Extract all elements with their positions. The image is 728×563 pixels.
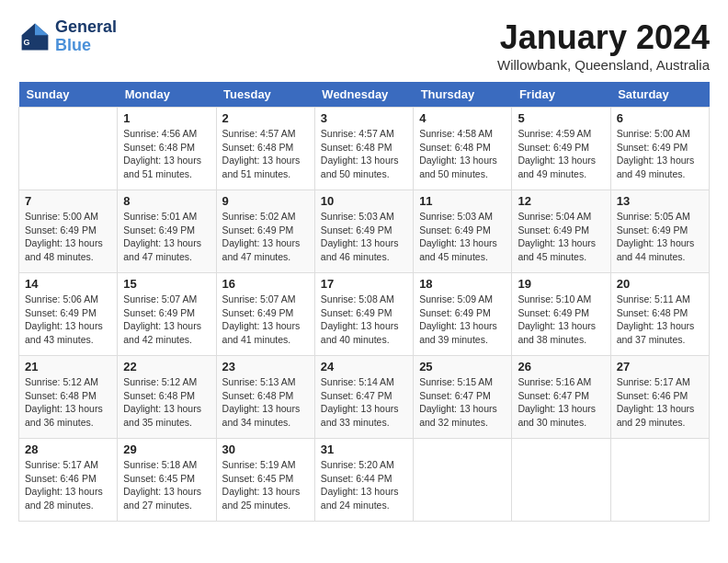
day-header-wednesday: Wednesday [314, 82, 413, 108]
day-info: Sunrise: 5:17 AM Sunset: 6:46 PM Dayligh… [617, 375, 703, 430]
day-number: 18 [419, 277, 506, 291]
day-info: Sunrise: 5:01 AM Sunset: 6:49 PM Dayligh… [123, 210, 210, 264]
svg-marker-1 [35, 23, 48, 35]
day-cell: 5Sunrise: 4:59 AM Sunset: 6:49 PM Daylig… [512, 108, 610, 190]
day-number: 1 [123, 111, 210, 125]
calendar-header: SundayMondayTuesdayWednesdayThursdayFrid… [19, 82, 710, 108]
day-info: Sunrise: 5:03 AM Sunset: 6:49 PM Dayligh… [419, 210, 506, 264]
day-number: 20 [617, 277, 703, 291]
day-info: Sunrise: 4:59 AM Sunset: 6:49 PM Dayligh… [518, 127, 604, 181]
day-cell: 20Sunrise: 5:11 AM Sunset: 6:48 PM Dayli… [610, 273, 709, 356]
day-cell: 30Sunrise: 5:19 AM Sunset: 6:45 PM Dayli… [216, 439, 314, 522]
day-cell [512, 439, 610, 522]
day-info: Sunrise: 5:02 AM Sunset: 6:49 PM Dayligh… [222, 210, 309, 264]
day-cell: 8Sunrise: 5:01 AM Sunset: 6:49 PM Daylig… [118, 190, 216, 273]
day-number: 25 [419, 360, 506, 373]
calendar-table: SundayMondayTuesdayWednesdayThursdayFrid… [18, 82, 710, 522]
day-cell: 6Sunrise: 5:00 AM Sunset: 6:49 PM Daylig… [610, 108, 709, 190]
day-number: 15 [123, 277, 210, 291]
day-number: 24 [321, 360, 407, 373]
day-cell: 11Sunrise: 5:03 AM Sunset: 6:49 PM Dayli… [414, 190, 512, 273]
day-cell: 14Sunrise: 5:06 AM Sunset: 6:49 PM Dayli… [19, 273, 118, 356]
day-number: 14 [25, 277, 111, 291]
day-cell: 10Sunrise: 5:03 AM Sunset: 6:49 PM Dayli… [314, 190, 413, 273]
day-info: Sunrise: 5:12 AM Sunset: 6:48 PM Dayligh… [123, 375, 210, 430]
day-info: Sunrise: 5:15 AM Sunset: 6:47 PM Dayligh… [419, 375, 506, 430]
day-number: 6 [617, 111, 703, 125]
day-cell: 22Sunrise: 5:12 AM Sunset: 6:48 PM Dayli… [118, 356, 216, 439]
day-info: Sunrise: 5:07 AM Sunset: 6:49 PM Dayligh… [123, 293, 210, 347]
day-cell [19, 108, 118, 190]
day-cell [610, 439, 709, 522]
day-cell: 24Sunrise: 5:14 AM Sunset: 6:47 PM Dayli… [314, 356, 413, 439]
day-info: Sunrise: 5:18 AM Sunset: 6:45 PM Dayligh… [123, 458, 210, 512]
day-cell: 19Sunrise: 5:10 AM Sunset: 6:49 PM Dayli… [512, 273, 610, 356]
day-number: 4 [419, 111, 506, 125]
day-cell: 4Sunrise: 4:58 AM Sunset: 6:48 PM Daylig… [414, 108, 512, 190]
logo-icon: G [18, 20, 51, 53]
day-info: Sunrise: 5:03 AM Sunset: 6:49 PM Dayligh… [321, 210, 407, 264]
day-number: 2 [222, 111, 309, 125]
day-info: Sunrise: 4:58 AM Sunset: 6:48 PM Dayligh… [419, 127, 506, 181]
day-cell: 9Sunrise: 5:02 AM Sunset: 6:49 PM Daylig… [216, 190, 314, 273]
day-cell: 7Sunrise: 5:00 AM Sunset: 6:49 PM Daylig… [19, 190, 118, 273]
day-cell: 26Sunrise: 5:16 AM Sunset: 6:47 PM Dayli… [512, 356, 610, 439]
title-block: January 2024 Willowbank, Queensland, Aus… [497, 18, 710, 73]
day-cell: 2Sunrise: 4:57 AM Sunset: 6:48 PM Daylig… [216, 108, 314, 190]
day-header-sunday: Sunday [19, 82, 118, 108]
day-info: Sunrise: 5:17 AM Sunset: 6:46 PM Dayligh… [25, 458, 111, 512]
day-info: Sunrise: 4:57 AM Sunset: 6:48 PM Dayligh… [321, 127, 407, 181]
logo-text: GeneralBlue [55, 18, 117, 55]
day-number: 13 [617, 194, 703, 208]
day-cell: 28Sunrise: 5:17 AM Sunset: 6:46 PM Dayli… [19, 439, 118, 522]
day-number: 12 [518, 194, 604, 208]
location-subtitle: Willowbank, Queensland, Australia [497, 57, 710, 73]
day-number: 21 [25, 360, 111, 373]
week-row-2: 7Sunrise: 5:00 AM Sunset: 6:49 PM Daylig… [19, 190, 710, 273]
day-info: Sunrise: 5:00 AM Sunset: 6:49 PM Dayligh… [25, 210, 111, 264]
day-info: Sunrise: 5:09 AM Sunset: 6:49 PM Dayligh… [419, 293, 506, 347]
day-cell: 21Sunrise: 5:12 AM Sunset: 6:48 PM Dayli… [19, 356, 118, 439]
day-cell: 3Sunrise: 4:57 AM Sunset: 6:48 PM Daylig… [314, 108, 413, 190]
day-header-monday: Monday [118, 82, 216, 108]
day-cell: 31Sunrise: 5:20 AM Sunset: 6:44 PM Dayli… [314, 439, 413, 522]
day-cell: 23Sunrise: 5:13 AM Sunset: 6:48 PM Dayli… [216, 356, 314, 439]
day-number: 8 [123, 194, 210, 208]
day-number: 19 [518, 277, 604, 291]
day-number: 5 [518, 111, 604, 125]
logo: G GeneralBlue [18, 18, 117, 55]
week-row-5: 28Sunrise: 5:17 AM Sunset: 6:46 PM Dayli… [19, 439, 710, 522]
day-info: Sunrise: 5:05 AM Sunset: 6:49 PM Dayligh… [617, 210, 703, 264]
day-number: 16 [222, 277, 309, 291]
day-info: Sunrise: 5:16 AM Sunset: 6:47 PM Dayligh… [518, 375, 604, 430]
week-row-3: 14Sunrise: 5:06 AM Sunset: 6:49 PM Dayli… [19, 273, 710, 356]
day-cell: 1Sunrise: 4:56 AM Sunset: 6:48 PM Daylig… [118, 108, 216, 190]
day-info: Sunrise: 5:06 AM Sunset: 6:49 PM Dayligh… [25, 293, 111, 347]
day-cell: 25Sunrise: 5:15 AM Sunset: 6:47 PM Dayli… [414, 356, 512, 439]
day-cell: 18Sunrise: 5:09 AM Sunset: 6:49 PM Dayli… [414, 273, 512, 356]
day-number: 31 [321, 442, 407, 456]
day-cell: 12Sunrise: 5:04 AM Sunset: 6:49 PM Dayli… [512, 190, 610, 273]
day-cell [414, 439, 512, 522]
week-row-4: 21Sunrise: 5:12 AM Sunset: 6:48 PM Dayli… [19, 356, 710, 439]
day-info: Sunrise: 4:56 AM Sunset: 6:48 PM Dayligh… [123, 127, 210, 181]
day-info: Sunrise: 5:08 AM Sunset: 6:49 PM Dayligh… [321, 293, 407, 347]
day-info: Sunrise: 4:57 AM Sunset: 6:48 PM Dayligh… [222, 127, 309, 181]
day-number: 26 [518, 360, 604, 373]
day-cell: 16Sunrise: 5:07 AM Sunset: 6:49 PM Dayli… [216, 273, 314, 356]
day-header-saturday: Saturday [610, 82, 709, 108]
day-cell: 15Sunrise: 5:07 AM Sunset: 6:49 PM Dayli… [118, 273, 216, 356]
calendar-body: 1Sunrise: 4:56 AM Sunset: 6:48 PM Daylig… [19, 108, 710, 522]
day-header-row: SundayMondayTuesdayWednesdayThursdayFrid… [19, 82, 710, 108]
day-header-tuesday: Tuesday [216, 82, 314, 108]
day-number: 10 [321, 194, 407, 208]
day-number: 9 [222, 194, 309, 208]
day-info: Sunrise: 5:04 AM Sunset: 6:49 PM Dayligh… [518, 210, 604, 264]
day-info: Sunrise: 5:00 AM Sunset: 6:49 PM Dayligh… [617, 127, 703, 181]
day-number: 28 [25, 442, 111, 456]
day-info: Sunrise: 5:07 AM Sunset: 6:49 PM Dayligh… [222, 293, 309, 347]
day-cell: 27Sunrise: 5:17 AM Sunset: 6:46 PM Dayli… [610, 356, 709, 439]
week-row-1: 1Sunrise: 4:56 AM Sunset: 6:48 PM Daylig… [19, 108, 710, 190]
day-info: Sunrise: 5:10 AM Sunset: 6:49 PM Dayligh… [518, 293, 604, 347]
day-number: 17 [321, 277, 407, 291]
